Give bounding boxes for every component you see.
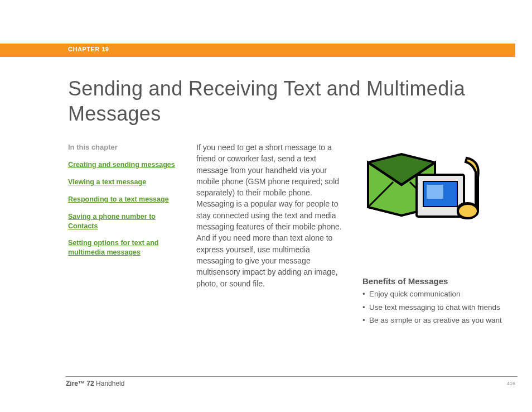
benefits-section: Benefits of Messages Enjoy quick communi… [362,276,507,329]
in-this-chapter-sidebar: In this chapter Creating and sending mes… [68,143,180,265]
benefit-item: Enjoy quick communication [362,289,507,299]
svg-rect-4 [427,185,443,199]
sidebar-link-saving[interactable]: Saving a phone number to Contacts [68,212,180,231]
sidebar-link-responding[interactable]: Responding to a text message [68,195,180,204]
footer-divider [66,376,518,377]
footer-product-suffix: Handheld [94,380,125,387]
benefit-item: Use text messaging to chat with friends [362,303,507,313]
sidebar-link-settings[interactable]: Setting options for text and multimedia … [68,238,180,257]
benefits-heading: Benefits of Messages [362,276,507,286]
benefit-item: Be as simple or as creative as you want [362,315,507,325]
sidebar-link-creating[interactable]: Creating and sending messages [68,160,180,170]
footer-product: Zire™ 72 Handheld [66,380,124,387]
intro-paragraph: If you need to get a short message to a … [196,142,347,289]
footer-product-name: Zire™ 72 [66,380,94,387]
svg-point-5 [458,204,478,218]
footer-page-number: 416 [507,381,515,386]
sidebar-heading: In this chapter [68,143,180,151]
chapter-label: CHAPTER 19 [68,46,109,52]
page-title: Sending and Receiving Text and Multimedi… [68,76,532,126]
sidebar-link-viewing[interactable]: Viewing a text message [68,178,180,187]
messages-illustration [364,144,486,242]
